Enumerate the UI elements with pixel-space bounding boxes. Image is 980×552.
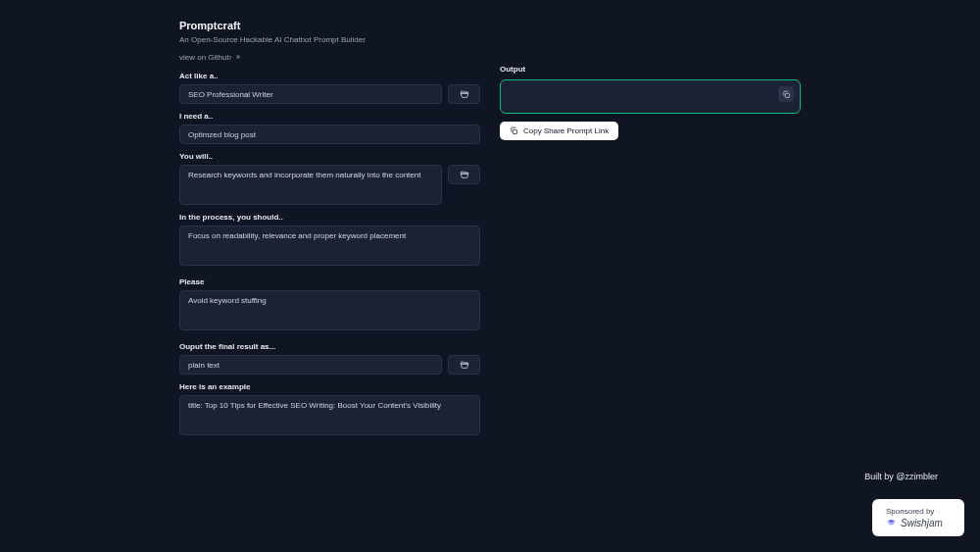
field-output-as: Ouput the final result as...	[179, 342, 480, 375]
credit-handle-link[interactable]: @zzimbler	[896, 472, 938, 481]
need-input[interactable]	[179, 125, 480, 144]
field-process: In the process, you should..	[179, 213, 480, 270]
folder-open-icon	[460, 89, 469, 99]
sponsor-card[interactable]: Sponsored by Swishjam	[872, 499, 964, 536]
please-input[interactable]	[179, 290, 480, 330]
field-act-like: Act like a..	[179, 72, 480, 104]
output-as-input[interactable]	[179, 355, 442, 375]
share-button-label: Copy Share Prompt Link	[523, 126, 609, 135]
output-box	[500, 79, 801, 114]
act-like-input[interactable]	[179, 84, 442, 104]
output-as-browse-button[interactable]	[448, 355, 480, 375]
copy-icon	[510, 126, 518, 135]
please-label: Please	[179, 277, 480, 286]
app-title: Promptcraft	[179, 20, 480, 31]
external-link-icon	[234, 54, 241, 61]
field-example: Here is an example	[179, 382, 480, 439]
process-label: In the process, you should..	[179, 213, 480, 222]
you-will-label: You will..	[179, 152, 480, 161]
swishjam-logo-icon	[886, 518, 897, 528]
folder-open-icon	[460, 360, 469, 370]
sponsored-by-label: Sponsored by	[886, 507, 951, 516]
field-please: Please	[179, 277, 480, 334]
svg-rect-0	[785, 93, 789, 97]
field-you-will: You will..	[179, 152, 480, 205]
github-link-text: view on Github	[179, 53, 231, 62]
act-like-label: Act like a..	[179, 72, 480, 80]
footer-credit: Built by @zzimbler	[864, 472, 938, 481]
sponsor-brand: Swishjam	[886, 518, 951, 528]
app-subtitle: An Open-Source Hackable AI Chatbot Promp…	[179, 35, 480, 44]
you-will-input[interactable]	[179, 165, 442, 205]
copy-share-link-button[interactable]: Copy Share Prompt Link	[500, 122, 618, 140]
process-input[interactable]	[179, 226, 480, 266]
copy-output-button[interactable]	[778, 86, 794, 102]
credit-prefix: Built by	[864, 472, 896, 481]
you-will-browse-button[interactable]	[448, 165, 480, 184]
output-column: Output Copy Share Prompt Link	[500, 20, 801, 447]
example-label: Here is an example	[179, 382, 480, 391]
copy-icon	[782, 90, 791, 99]
folder-open-icon	[460, 170, 469, 179]
sponsor-name: Swishjam	[901, 518, 943, 528]
example-input[interactable]	[179, 395, 480, 435]
svg-rect-1	[513, 129, 516, 133]
github-link[interactable]: view on Github	[179, 53, 241, 62]
form-column: Promptcraft An Open-Source Hackable AI C…	[179, 20, 480, 447]
need-label: I need a..	[179, 112, 480, 121]
act-like-browse-button[interactable]	[448, 84, 480, 104]
output-as-label: Ouput the final result as...	[179, 342, 480, 351]
output-label: Output	[500, 65, 801, 74]
field-need: I need a..	[179, 112, 480, 144]
